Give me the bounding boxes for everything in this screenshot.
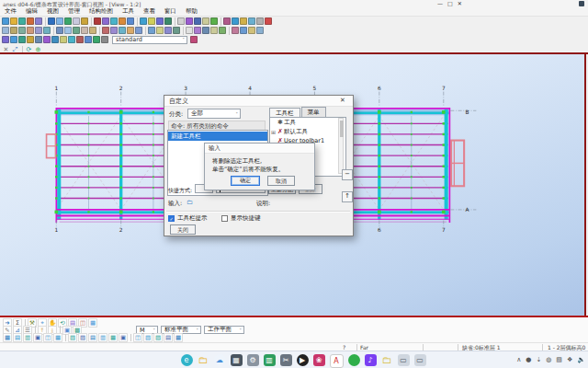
tool-icon[interactable] xyxy=(156,27,164,34)
tool-icon[interactable] xyxy=(10,27,17,34)
tool-icon[interactable] xyxy=(35,36,42,43)
toolbar-list-item-2[interactable]: ⊞✗默认工具 xyxy=(270,127,345,136)
menu-item-7[interactable]: 查看 xyxy=(139,7,160,16)
command-icon[interactable]: ▨ xyxy=(78,333,87,342)
menu-item-1[interactable]: 文件 xyxy=(0,7,21,16)
folder-2-icon[interactable]: 🗀 xyxy=(381,354,393,366)
file-explorer-icon[interactable]: 🗀 xyxy=(198,354,209,366)
tool-icon[interactable] xyxy=(119,17,126,25)
tool-icon[interactable] xyxy=(27,36,34,43)
tool-icon[interactable] xyxy=(256,17,264,25)
menu-item-5[interactable]: 结构绘图 xyxy=(85,7,118,16)
remove-item-button[interactable]: − xyxy=(342,169,353,180)
tool-icon[interactable] xyxy=(27,17,34,25)
tool-icon[interactable] xyxy=(102,17,109,25)
photos-icon[interactable]: ❀ xyxy=(313,354,325,366)
tool-icon[interactable] xyxy=(240,27,247,34)
message-box-title-bar[interactable]: 输入 xyxy=(205,144,314,154)
app-window-1-icon[interactable]: ▭ xyxy=(398,354,410,366)
calculator-icon[interactable]: ▦ xyxy=(231,354,243,366)
tool-icon[interactable] xyxy=(64,27,72,34)
tool-icon[interactable] xyxy=(140,17,147,25)
edge-browser-icon[interactable]: e xyxy=(181,354,193,366)
tool-icon[interactable] xyxy=(94,17,101,25)
tool-icon[interactable] xyxy=(68,36,75,43)
tool-icon[interactable] xyxy=(186,27,193,34)
dialog-close-button[interactable]: 关闭 xyxy=(170,224,196,235)
scrollbar-thumb[interactable] xyxy=(340,121,344,137)
style-combo[interactable]: standard ˅ xyxy=(112,36,187,44)
command-icon[interactable]: ▥ xyxy=(23,333,32,342)
tool-icon[interactable] xyxy=(18,17,26,25)
tool-icon[interactable] xyxy=(110,17,118,25)
show-shortcut-checkbox[interactable]: 显示快捷键 xyxy=(221,214,261,223)
command-icon[interactable]: ▣ xyxy=(119,333,128,342)
command-list-selected-item[interactable]: 新建工具栏 xyxy=(168,132,267,141)
tool-icon[interactable] xyxy=(265,17,272,25)
green-app-icon[interactable] xyxy=(348,354,360,366)
tool-icon[interactable] xyxy=(135,27,142,34)
tool-icon[interactable] xyxy=(64,17,72,25)
tool-icon[interactable] xyxy=(76,36,84,43)
menu-item-6[interactable]: 工具 xyxy=(118,7,139,16)
tool-icon[interactable] xyxy=(101,36,108,43)
app-window-2-icon[interactable]: ▭ xyxy=(414,354,426,366)
tool-icon[interactable] xyxy=(190,36,198,43)
command-icon[interactable]: ▤ xyxy=(88,333,97,342)
tool-icon[interactable] xyxy=(35,27,42,34)
tool-icon[interactable] xyxy=(256,27,264,34)
tool-icon[interactable] xyxy=(148,17,155,25)
tool-icon[interactable] xyxy=(202,27,209,34)
dialog-title-bar[interactable]: 自定义 ✕ xyxy=(164,96,353,107)
tool-icon[interactable] xyxy=(2,17,9,25)
minimize-icon[interactable]: — xyxy=(437,0,443,6)
tool-icon[interactable] xyxy=(164,17,172,25)
command-icon[interactable]: ◫ xyxy=(133,333,142,342)
tool-icon[interactable] xyxy=(81,27,88,34)
command-icon[interactable]: ▨ xyxy=(153,333,163,342)
command-icon[interactable]: ▦ xyxy=(3,333,12,342)
acrobat-icon[interactable]: A xyxy=(330,354,344,368)
menu-item-4[interactable]: 管理 xyxy=(63,7,85,16)
command-icon[interactable]: ▦ xyxy=(174,333,183,342)
tool-icon[interactable] xyxy=(248,17,255,25)
tool-icon[interactable] xyxy=(194,17,201,25)
tool-icon[interactable] xyxy=(2,36,9,43)
tool-icon[interactable] xyxy=(10,36,17,43)
tool-icon[interactable] xyxy=(73,17,80,25)
ok-button[interactable]: 确定 xyxy=(231,176,260,186)
toolbar-list-item-1[interactable]: ✱工具 xyxy=(270,118,345,127)
tool-icon[interactable] xyxy=(18,27,26,34)
command-icon[interactable]: ▧ xyxy=(68,333,77,342)
tool-icon[interactable] xyxy=(56,17,63,25)
tool-icon[interactable] xyxy=(210,17,218,25)
tray-icon-5[interactable]: ▧ xyxy=(556,356,562,363)
expand-icon[interactable]: ⊞ xyxy=(270,129,277,135)
command-icon[interactable]: ◫ xyxy=(43,333,52,342)
tray-icon-3[interactable]: ⇣ xyxy=(536,356,541,363)
tool-icon[interactable] xyxy=(102,27,109,34)
tool-icon[interactable] xyxy=(48,17,55,25)
tool-icon[interactable] xyxy=(119,27,126,34)
tool-icon[interactable] xyxy=(43,36,51,43)
start-icon[interactable] xyxy=(163,354,176,368)
tool-icon[interactable] xyxy=(60,36,67,43)
maximize-icon[interactable]: □ xyxy=(447,0,453,6)
command-icon[interactable]: ▣ xyxy=(33,333,42,342)
tool-icon[interactable] xyxy=(240,17,247,25)
menu-item-8[interactable]: 窗口 xyxy=(160,7,181,16)
tray-icon-1[interactable]: ∧ xyxy=(516,356,521,363)
tool-icon[interactable] xyxy=(10,17,17,25)
tool-icon[interactable] xyxy=(2,27,9,34)
command-icon[interactable]: ▧ xyxy=(143,333,153,342)
tool-icon[interactable] xyxy=(248,27,255,34)
music-app-icon[interactable]: ♪ xyxy=(365,354,377,366)
tool-icon[interactable] xyxy=(232,27,239,34)
tool-icon[interactable] xyxy=(164,27,172,34)
tool-icon[interactable] xyxy=(43,27,51,34)
tool-icon[interactable] xyxy=(156,17,164,25)
tool-icon[interactable] xyxy=(127,27,134,34)
command-icon[interactable]: ▥ xyxy=(98,333,107,342)
tool-icon[interactable] xyxy=(51,36,59,43)
menu-item-3[interactable]: 视图 xyxy=(42,7,63,16)
